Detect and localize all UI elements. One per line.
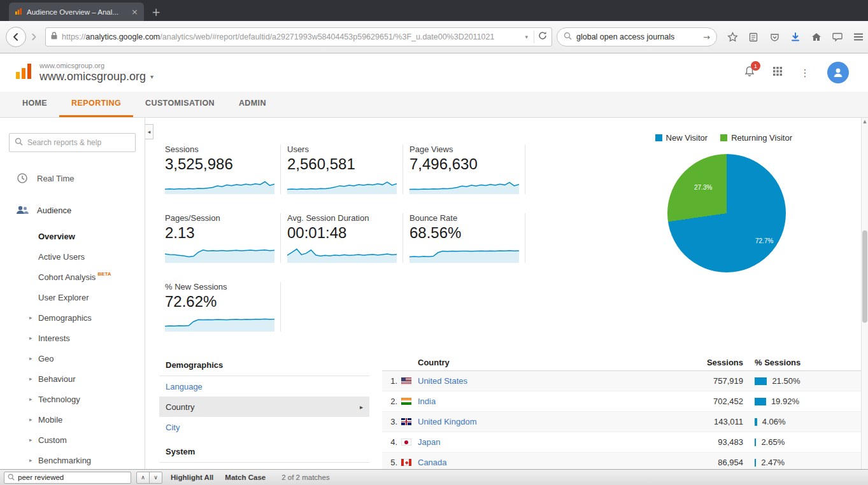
sidebar-item-geo[interactable]: ▸Geo [0, 348, 145, 369]
menu-hamburger-icon[interactable] [853, 33, 864, 41]
home-icon[interactable] [811, 32, 822, 41]
legend-swatch-new-visitor [655, 134, 662, 141]
demographics-item-label: Country [166, 402, 195, 412]
sessions-value: 93,483 [654, 437, 743, 447]
sidebar-search-input[interactable] [27, 138, 130, 147]
reload-icon[interactable] [538, 31, 547, 43]
sidebar-item-mobile[interactable]: ▸Mobile [0, 409, 145, 430]
country-link[interactable]: United States [418, 376, 654, 386]
legend-item-new-visitor: New Visitor [655, 133, 708, 143]
sidebar-item-interests[interactable]: ▸Interests [0, 328, 145, 348]
bookmarks-list-icon[interactable] [748, 32, 759, 42]
metric-card-new-sessions: % New Sessions72.62% [165, 282, 281, 332]
user-avatar[interactable] [827, 62, 849, 83]
sidebar-item-overview[interactable]: Overview [0, 226, 145, 246]
ga-logo-icon [14, 62, 33, 83]
download-icon[interactable] [790, 32, 801, 42]
scrollbar-thumb[interactable] [862, 230, 867, 323]
search-go-icon[interactable]: → [703, 32, 710, 42]
browser-tab-active[interactable]: Audience Overview – Anal... × [9, 3, 144, 21]
url-dropdown-icon[interactable]: ▾ [523, 34, 530, 40]
demographics-item-city[interactable]: City [159, 417, 369, 437]
row-rank: 4. [382, 437, 401, 447]
search-bar[interactable]: → [557, 27, 717, 46]
sidebar-item-user-explorer[interactable]: User Explorer [0, 287, 145, 307]
metric-label: Users [287, 144, 397, 154]
url-bar[interactable]: https://analytics.google.com/analytics/w… [45, 27, 552, 46]
bookmark-star-icon[interactable] [727, 32, 738, 42]
demographics-item-label: City [166, 423, 180, 432]
demographics-item-label: Language [166, 382, 203, 391]
match-case-button[interactable]: Match Case [222, 474, 269, 481]
ga-nav-tab-admin[interactable]: ADMIN [227, 92, 278, 117]
system-heading: System [159, 441, 369, 463]
scroll-up-icon[interactable]: ▲ [862, 119, 868, 124]
notifications-button[interactable]: 1 [744, 66, 755, 80]
search-input[interactable] [576, 32, 699, 41]
sidebar-item-behaviour[interactable]: ▸Behaviour [0, 369, 145, 389]
pct-bar [755, 439, 756, 446]
pocket-icon[interactable] [769, 33, 780, 41]
metric-sparkline [409, 244, 519, 263]
metric-label: Bounce Rate [409, 213, 520, 223]
highlight-all-button[interactable]: Highlight All [167, 474, 217, 481]
country-link[interactable]: Canada [418, 458, 654, 467]
metric-sparkline [165, 244, 274, 263]
country-link[interactable]: Japan [418, 437, 654, 447]
url-text: https://analytics.google.com/analytics/w… [62, 32, 519, 41]
demographics-item-country[interactable]: Country▸ [159, 397, 369, 417]
back-button[interactable] [6, 27, 26, 47]
metric-value: 7,496,630 [409, 155, 520, 173]
metric-card-pages-session: Pages/Session2.13 [165, 213, 281, 263]
find-bar: ∧ ∨ Highlight All Match Case 2 of 2 matc… [0, 469, 868, 485]
country-link[interactable]: United Kingdom [418, 417, 654, 426]
account-selector[interactable]: www.omicsgroup.org ▾ [39, 70, 153, 83]
ga-nav-tab-reporting[interactable]: REPORTING [59, 92, 133, 117]
visitor-type-pie-chart: 72.7% 27.3% [667, 154, 786, 272]
tab-close-icon[interactable]: × [131, 8, 138, 16]
sidebar-item-label: Mobile [38, 415, 62, 425]
pct-bar [755, 418, 757, 426]
ga-nav-tab-home[interactable]: HOME [10, 92, 59, 117]
forward-button[interactable] [27, 29, 41, 45]
sidebar-item-technology[interactable]: ▸Technology [0, 389, 145, 409]
new-tab-button[interactable]: + [144, 3, 168, 21]
search-icon [8, 474, 15, 482]
system-item-browser[interactable]: Browser [159, 463, 369, 469]
find-previous-icon[interactable]: ∧ [136, 472, 150, 484]
sidebar-item-active-users[interactable]: Active Users [0, 246, 145, 267]
sidebar-item-cohort-analysis[interactable]: Cohort AnalysisBETA [0, 267, 145, 287]
hello-chat-icon[interactable] [832, 32, 843, 41]
sidebar-item-benchmarking[interactable]: ▸Benchmarking [0, 450, 145, 469]
apps-grid-icon[interactable] [772, 66, 783, 79]
selected-arrow-icon: ▸ [360, 404, 363, 411]
metric-sparkline [165, 175, 274, 194]
table-row-india: 2.India702,45219.92% [382, 391, 861, 412]
sidebar-search-box[interactable] [9, 133, 136, 152]
find-input[interactable] [18, 474, 127, 481]
sidebar-collapse-button[interactable]: ◂ [145, 124, 153, 139]
pct-sessions-cell: 2.65% [743, 437, 861, 447]
search-icon [15, 137, 23, 148]
ga-nav-tab-customisation[interactable]: CUSTOMISATION [133, 92, 227, 117]
sidebar-item-audience[interactable]: Audience [0, 194, 145, 226]
url-scheme: https:// [62, 32, 86, 41]
sidebar-item-real-time[interactable]: Real Time [0, 162, 145, 194]
sidebar-item-custom[interactable]: ▸Custom [0, 430, 145, 450]
system-item-label: Browser [166, 468, 196, 470]
find-input-box[interactable] [4, 472, 131, 484]
gb-flag-icon [401, 418, 411, 425]
more-options-icon[interactable]: ⋮ [800, 67, 810, 79]
metric-label: Pages/Session [165, 213, 275, 223]
country-link[interactable]: India [418, 397, 654, 406]
vertical-scrollbar[interactable]: ▲ [861, 118, 868, 469]
sidebar-item-demographics[interactable]: ▸Demographics [0, 307, 145, 328]
find-next-icon[interactable]: ∨ [149, 472, 162, 484]
sidebar-item-label: Behaviour [38, 374, 76, 384]
content-area: Real Time Audience OverviewActive UsersC… [0, 118, 868, 469]
search-icon [564, 31, 572, 43]
in-flag-icon [401, 398, 411, 405]
browser-tabstrip: Audience Overview – Anal... × + [0, 0, 868, 21]
demographics-item-language[interactable]: Language [159, 376, 369, 397]
pct-value: 19.92% [771, 397, 799, 406]
